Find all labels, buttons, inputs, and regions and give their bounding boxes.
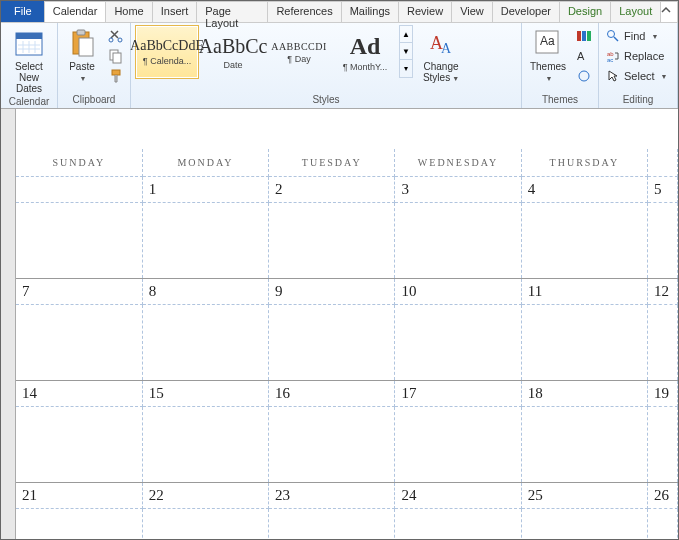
style-item-calendar[interactable]: AaBbCcDdE ¶ Calenda...	[135, 25, 199, 79]
svg-rect-9	[79, 38, 93, 56]
svg-point-11	[118, 38, 122, 42]
themes-label: Themes	[530, 61, 566, 72]
find-button[interactable]: Find▼	[603, 27, 673, 45]
group-calendar: Select New Dates Calendar	[1, 23, 58, 108]
ribbon-tabs: File Calendar Home Insert Page Layout Re…	[1, 1, 678, 23]
format-painter-button[interactable]	[106, 67, 126, 85]
calendar-page[interactable]: SUNDAY MONDAY TUESDAY WEDNESDAY THURSDAY…	[16, 109, 678, 539]
theme-fonts-button[interactable]: A	[574, 47, 594, 65]
group-styles: AaBbCcDdE ¶ Calenda... AaBbCc Date AABBC…	[131, 23, 522, 108]
tab-references[interactable]: References	[267, 1, 341, 22]
svg-rect-8	[77, 30, 85, 35]
copy-button[interactable]	[106, 47, 126, 65]
change-styles-button[interactable]: A A Change Styles▼	[417, 25, 465, 86]
gallery-scroll: ▲ ▼ ▾	[399, 25, 413, 78]
header-monday: MONDAY	[142, 149, 268, 177]
tab-insert[interactable]: Insert	[152, 1, 198, 22]
document-area: SUNDAY MONDAY TUESDAY WEDNESDAY THURSDAY…	[1, 109, 678, 539]
tab-design[interactable]: Design	[559, 1, 611, 22]
select-button[interactable]: Select▼	[603, 67, 673, 85]
svg-point-23	[579, 71, 589, 81]
ribbon: Select New Dates Calendar Paste ▼	[1, 23, 678, 109]
tab-file[interactable]: File	[1, 1, 45, 22]
svg-line-25	[614, 37, 618, 41]
svg-rect-14	[112, 70, 120, 75]
header-tuesday: TUESDAY	[269, 149, 395, 177]
group-clipboard: Paste ▼ Clipboard	[58, 23, 131, 108]
header-friday-cut	[648, 149, 678, 177]
group-themes-label: Themes	[526, 94, 594, 108]
svg-rect-13	[113, 53, 121, 63]
table-row	[16, 305, 678, 381]
header-sunday: SUNDAY	[16, 149, 142, 177]
effects-icon	[576, 68, 592, 84]
find-icon	[606, 29, 620, 43]
tab-page-layout[interactable]: Page Layout	[196, 1, 268, 22]
group-calendar-label: Calendar	[5, 96, 53, 108]
tab-view[interactable]: View	[451, 1, 493, 22]
table-row	[16, 407, 678, 483]
fonts-icon: A	[576, 48, 592, 64]
table-row: 141516171819	[16, 381, 678, 407]
chevron-up-icon	[661, 5, 671, 15]
table-row	[16, 509, 678, 540]
tab-review[interactable]: Review	[398, 1, 452, 22]
calendar-icon	[13, 27, 45, 59]
brush-icon	[108, 68, 124, 84]
style-gallery: AaBbCcDdE ¶ Calenda... AaBbCc Date AABBC…	[135, 25, 413, 79]
scissors-icon	[108, 28, 124, 44]
svg-text:A: A	[441, 41, 452, 56]
gallery-more-button[interactable]: ▾	[400, 60, 412, 77]
paste-button[interactable]: Paste ▼	[62, 25, 102, 86]
paste-icon	[66, 27, 98, 59]
group-clipboard-label: Clipboard	[73, 94, 116, 105]
calendar-header-row: SUNDAY MONDAY TUESDAY WEDNESDAY THURSDAY	[16, 149, 678, 177]
svg-point-24	[608, 31, 615, 38]
svg-text:A: A	[577, 50, 585, 62]
svg-rect-21	[587, 31, 591, 41]
theme-colors-button[interactable]	[574, 27, 594, 45]
tab-layout[interactable]: Layout	[610, 1, 661, 22]
replace-icon: abac	[606, 49, 620, 63]
replace-button[interactable]: abac Replace	[603, 47, 673, 65]
svg-rect-20	[582, 31, 586, 41]
group-themes: Aa Themes▼ A Themes	[522, 23, 599, 108]
cut-button[interactable]	[106, 27, 126, 45]
svg-point-10	[109, 38, 113, 42]
group-styles-label: Styles	[135, 94, 517, 108]
table-row: 789101112	[16, 279, 678, 305]
style-item-day[interactable]: AABBCCDI ¶ Day	[267, 25, 331, 79]
paste-label: Paste	[69, 61, 95, 72]
tab-calendar[interactable]: Calendar	[44, 1, 107, 22]
table-row: 12345	[16, 177, 678, 203]
header-wednesday: WEDNESDAY	[395, 149, 521, 177]
select-new-dates-label: Select New Dates	[7, 61, 51, 94]
svg-rect-1	[16, 33, 42, 39]
themes-icon: Aa	[532, 27, 564, 59]
select-new-dates-button[interactable]: Select New Dates	[5, 25, 53, 96]
copy-icon	[108, 48, 124, 64]
tab-developer[interactable]: Developer	[492, 1, 560, 22]
calendar-table: SUNDAY MONDAY TUESDAY WEDNESDAY THURSDAY…	[16, 149, 678, 539]
tab-mailings[interactable]: Mailings	[341, 1, 399, 22]
group-editing: Find▼ abac Replace Select▼ Editing	[599, 23, 678, 108]
minimize-ribbon-button[interactable]	[660, 1, 678, 22]
style-item-monthy[interactable]: Ad ¶ MonthY...	[333, 25, 397, 79]
select-icon	[606, 69, 620, 83]
gallery-down-button[interactable]: ▼	[400, 43, 412, 60]
themes-button[interactable]: Aa Themes▼	[526, 25, 570, 86]
style-item-date[interactable]: AaBbCc Date	[201, 25, 265, 79]
change-styles-icon: A A	[425, 27, 457, 59]
dropdown-arrow-icon: ▼	[80, 75, 87, 82]
colors-icon	[576, 28, 592, 44]
group-editing-label: Editing	[603, 94, 673, 108]
theme-effects-button[interactable]	[574, 67, 594, 85]
svg-rect-19	[577, 31, 581, 41]
svg-text:Aa: Aa	[540, 34, 555, 48]
gallery-up-button[interactable]: ▲	[400, 26, 412, 43]
vertical-ruler	[1, 109, 16, 539]
svg-text:ac: ac	[607, 57, 613, 63]
tab-home[interactable]: Home	[105, 1, 152, 22]
table-row	[16, 203, 678, 279]
header-thursday: THURSDAY	[521, 149, 647, 177]
